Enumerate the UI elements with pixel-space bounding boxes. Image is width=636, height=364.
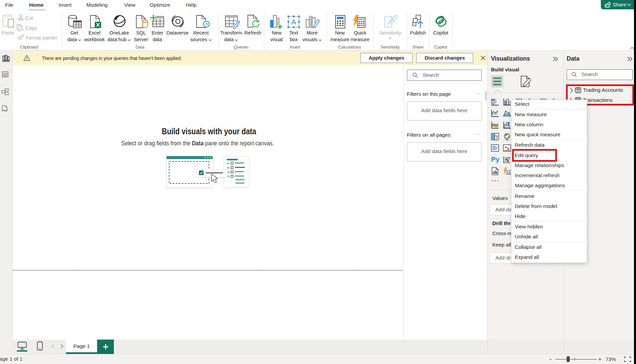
svg-text:DAX: DAX <box>2 109 7 112</box>
svg-text:Py: Py <box>491 155 500 163</box>
svg-text:A: A <box>291 18 296 26</box>
